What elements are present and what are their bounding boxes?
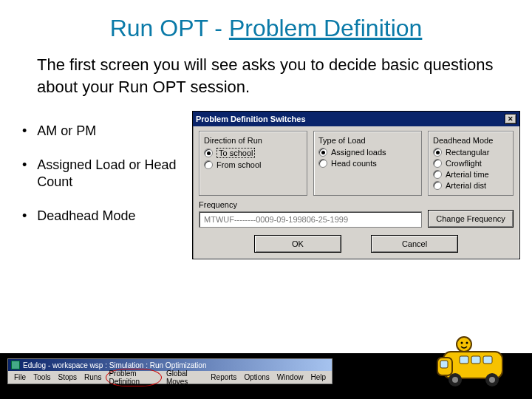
svg-point-12 (461, 342, 463, 344)
close-icon: ✕ (508, 115, 514, 123)
load-group: Type of Load Assigned loads Head counts (313, 131, 422, 196)
radio-icon (433, 170, 442, 179)
radio-label: Crowflight (446, 159, 482, 168)
svg-point-8 (452, 377, 458, 383)
svg-rect-3 (440, 361, 448, 368)
radio-from-school[interactable]: From school (204, 160, 302, 169)
radio-crowflight[interactable]: Crowflight (433, 159, 508, 168)
radio-icon (318, 159, 327, 168)
menu-file[interactable]: File (11, 372, 29, 382)
title-prefix: Run OPT - (110, 15, 229, 41)
svg-rect-4 (460, 356, 468, 364)
radio-icon (433, 148, 442, 157)
radio-icon (204, 160, 213, 169)
frequency-label: Frequency (199, 200, 422, 209)
radio-arterial-time[interactable]: Arterial time (433, 170, 508, 179)
radio-assigned-loads[interactable]: Assigned loads (318, 148, 417, 157)
radio-label: Assigned loads (331, 148, 386, 157)
ok-button[interactable]: OK (254, 235, 341, 253)
radio-label: Head counts (331, 159, 377, 168)
radio-label: Arterial time (446, 170, 489, 179)
bullet-text: AM or PM (37, 123, 96, 140)
group-label: Type of Load (318, 136, 417, 145)
radio-label: Arterial dist (446, 181, 486, 190)
group-label: Deadhead Mode (433, 136, 508, 145)
menu-window[interactable]: Window (274, 372, 307, 382)
menu-problem-definition[interactable]: Problem Definition (106, 369, 161, 386)
problem-definition-dialog: Problem Definition Switches ✕ Direction … (192, 111, 520, 259)
menu-options[interactable]: Options (241, 372, 272, 382)
frequency-value: MTWUF--------0009-09-199806-25-1999 (204, 215, 348, 224)
svg-point-10 (489, 377, 495, 383)
bullet-text: Assigned Load or Head Count (37, 157, 192, 191)
radio-icon (204, 149, 213, 157)
radio-label: To school (216, 148, 255, 158)
slide-title: Run OPT - Problem Definition (0, 15, 532, 42)
menu-reports[interactable]: Reports (208, 372, 239, 382)
direction-group: Direction of Run To school From school (199, 131, 307, 196)
radio-head-counts[interactable]: Head counts (318, 159, 417, 168)
menu-help[interactable]: Help (307, 372, 329, 382)
button-label: Cancel (402, 239, 427, 248)
svg-point-11 (457, 337, 471, 352)
bullet-item: Assigned Load or Head Count (22, 157, 192, 191)
radio-arterial-dist[interactable]: Arterial dist (433, 181, 508, 190)
svg-rect-6 (483, 356, 492, 364)
bullet-item: Deadhead Mode (22, 208, 192, 225)
radio-label: From school (216, 160, 262, 169)
bullet-list: AM or PM Assigned Load or Head Count Dea… (22, 111, 192, 259)
radio-label: Rectangular (446, 148, 489, 157)
menu-runs[interactable]: Runs (81, 372, 104, 382)
title-underlined: Problem Definition (229, 15, 422, 41)
radio-icon (318, 148, 327, 157)
svg-rect-5 (471, 356, 480, 364)
button-label: Change Frequency (436, 214, 505, 223)
change-frequency-button[interactable]: Change Frequency (428, 210, 514, 228)
cancel-button[interactable]: Cancel (371, 235, 458, 253)
svg-point-13 (466, 342, 468, 344)
menu-tools[interactable]: Tools (30, 372, 53, 382)
radio-rectangular[interactable]: Rectangular (433, 148, 508, 157)
app-icon (11, 361, 20, 369)
bullet-item: AM or PM (22, 123, 192, 140)
deadhead-group: Deadhead Mode Rectangular Crowflight Art… (428, 131, 514, 196)
app-menu: File Tools Stops Runs Problem Definition… (8, 371, 332, 383)
dialog-titlebar[interactable]: Problem Definition Switches ✕ (193, 112, 519, 126)
svg-point-0 (437, 383, 511, 391)
slide-subtitle: The first screen you will see asks you t… (37, 54, 495, 98)
frequency-input[interactable]: MTWUF--------0009-09-199806-25-1999 (199, 211, 422, 228)
app-menubar-screenshot: Edulog - workspace wsp : Simulation : Ru… (7, 358, 332, 384)
menu-global-moves[interactable]: Global Moves (163, 369, 206, 386)
button-label: OK (292, 239, 304, 248)
radio-icon (433, 159, 442, 168)
radio-to-school[interactable]: To school (204, 148, 302, 158)
radio-icon (433, 181, 442, 190)
bus-icon (430, 335, 519, 392)
close-button[interactable]: ✕ (505, 114, 516, 124)
dialog-title: Problem Definition Switches (196, 115, 505, 123)
group-label: Direction of Run (204, 136, 302, 145)
menu-stops[interactable]: Stops (55, 372, 80, 382)
bullet-text: Deadhead Mode (37, 208, 135, 225)
